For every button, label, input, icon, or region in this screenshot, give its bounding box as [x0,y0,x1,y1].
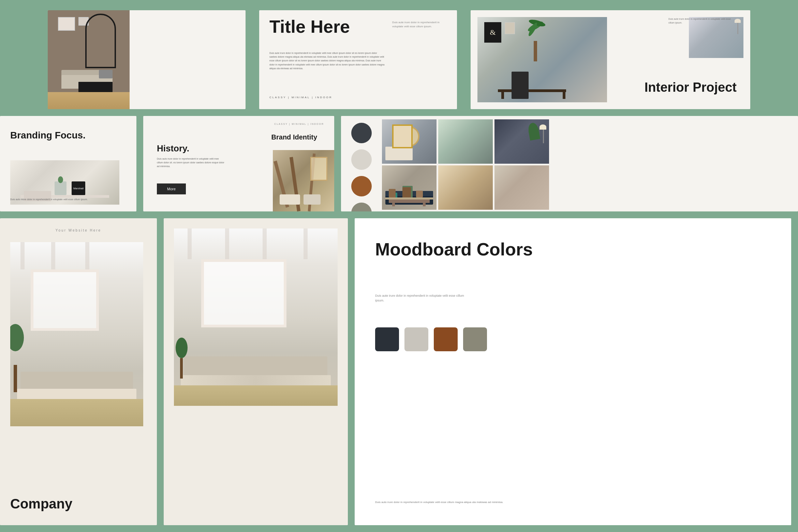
slide-4: Branding Focus. Marshall Duis auto more … [0,116,136,211]
circle-light [351,149,372,170]
table-top [498,89,566,92]
beam-b [225,228,229,259]
arch-frame [85,14,116,68]
plant-stem [14,365,17,392]
swatch-light [404,327,428,351]
window [31,269,99,331]
plant-stem-2 [180,358,183,379]
photo-grid [382,119,549,210]
slide-title: Title Here [269,17,350,36]
interior-project-title: Interior Project [645,80,737,95]
beam-c [263,228,267,259]
slide-8 [164,218,348,525]
console-table [385,147,413,160]
coffee-table-dark [389,200,430,203]
history-body: Duis auto irure dolor in reprehenderit i… [157,157,225,168]
color-circles [351,123,372,211]
pillow-2 [304,194,321,205]
slide-9: Moodboard Colors Duis aute irure dolor i… [355,218,791,525]
slide-2: Title Here Duis aute irure dolor in repr… [259,10,457,109]
plant [58,176,63,183]
beam-a [188,228,192,259]
slide-body: Duis aute irure dolor in reprehenderit i… [269,51,385,70]
website-label: Your Website Here [56,228,101,232]
swatch-gray [463,327,487,351]
photo-cell-2 [438,119,493,164]
frame-art: & [484,22,501,43]
branding-bottom-text: Duis auto more dolor in reprehenderit in… [10,197,106,201]
swatch-brown [434,327,458,351]
ampersand-icon: & [490,28,496,37]
coffee-table [78,82,113,92]
circle-dark [351,123,372,143]
ceiling-beam-3 [85,242,89,269]
palm-trunk [534,41,537,61]
table-leg-a [392,203,395,206]
ceiling-beam-2 [51,242,55,269]
brand-label: Marshall [73,187,84,190]
swatch-dark [375,327,399,351]
room-photo-3: & [477,17,607,102]
speaker: Marshall [72,181,85,195]
table-leg-2 [563,92,565,99]
plant-pot [55,181,66,195]
moodboard-bottom-text: Duis auto irure dolor in reprehenderit i… [375,500,512,505]
attic-photo [273,150,334,211]
slide-subtitle: Duis aute irure dolor in reprehenderit i… [392,20,447,29]
room-big-photo [10,242,143,426]
tall-plant [10,324,20,392]
more-button[interactable]: More [157,183,186,194]
dark-chair [512,72,529,99]
slide3-top-text: Duis aute irure dolor in reprehenderit i… [668,17,737,25]
wall-art-1 [58,17,75,31]
attic-window [310,157,327,181]
history-title: History. [157,143,189,154]
room-photo-2 [174,228,338,406]
photo-cell-6 [494,165,549,210]
table-leg-b [423,203,426,206]
circle-gray [351,203,372,211]
floor-2 [174,385,338,406]
plant-foliage-2 [176,338,188,358]
moodboard-description: Duis aute irure dolor in reprehenderit i… [375,293,471,303]
slide-7: Your Website Here Company [0,218,157,525]
photo-cell-5 [438,165,493,210]
slide-5: CLASSY | MINIMAL | INDOOR History. Brand… [143,116,334,211]
moodboard-title: Moodboard Colors [375,239,533,260]
branding-title: Branding Focus. [10,130,86,141]
company-label: Company [10,496,72,512]
table-leg-1 [501,92,504,99]
slide-tags: CLASSY | MINIMAL | INDOOR [269,96,332,99]
ceiling-beam-1 [20,242,25,269]
slide-6 [341,116,798,211]
window-2 [201,259,286,327]
color-swatches [375,327,487,351]
circle-brown [351,176,372,196]
plant-2 [177,338,186,379]
pillow-1 [280,194,300,205]
slide-1 [48,10,246,109]
brand-identity-text: Brand Identity [271,133,317,141]
wall-photo [505,22,515,34]
classy-tags: CLASSY | MINIMAL | INDOOR [274,123,324,125]
laptop [99,70,113,78]
palm-container [525,20,546,61]
floor-element [48,92,130,109]
floor [10,399,143,426]
room-photo-1 [48,10,130,109]
beam-d [304,228,308,259]
slide-3: & Duis aute irure dolor in reprehenderit… [471,10,750,109]
